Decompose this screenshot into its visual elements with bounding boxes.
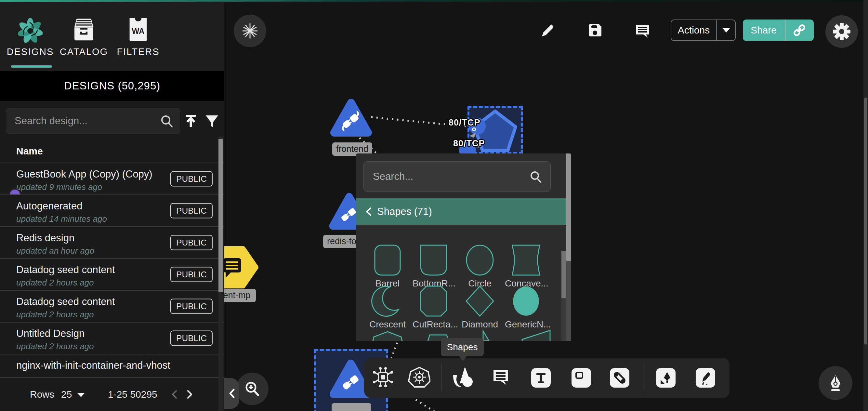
shapes-category-label: Shapes (71) (377, 206, 432, 217)
design-row[interactable]: nginx-with-init-container-and-vhost PUBL… (0, 354, 224, 377)
designs-sidebar: DESIGNS CATALOG WA (0, 0, 224, 411)
filter-designs-button[interactable] (204, 114, 220, 129)
chevron-left-icon (227, 388, 236, 399)
note-tool-button[interactable] (571, 368, 591, 388)
kubernetes-button[interactable] (408, 366, 430, 389)
node-label-bottom[interactable] (332, 403, 371, 411)
barrel-shape-icon (366, 244, 409, 276)
design-row[interactable]: Redis design updated an hour ago PUBLIC (0, 226, 224, 258)
freehand-tool-button[interactable] (696, 368, 715, 388)
design-row[interactable]: Untitled Design updated 2 hours ago PUBL… (0, 322, 224, 354)
shape-tile-genericnode[interactable]: GenericN... (505, 285, 547, 330)
toolbar-divider (644, 364, 644, 391)
actions-button[interactable]: Actions (671, 20, 736, 41)
components-button[interactable] (372, 366, 394, 389)
shape-tile-bottomround[interactable]: BottomR... (412, 244, 455, 289)
design-row[interactable]: Autogenerated updated 14 minutes ago PUB… (0, 195, 224, 226)
tab-filters-label: FILTERS (111, 47, 166, 57)
designs-search-row (0, 101, 224, 143)
bottomround-shape-icon (412, 244, 455, 276)
pen-tool-button[interactable] (656, 368, 676, 388)
cutrectangle-shape-icon (412, 285, 455, 317)
edge-label-80tcp-2: 80/TCP (453, 139, 485, 149)
catalog-icon (72, 17, 96, 42)
link-icon (792, 23, 807, 37)
designs-pagination: Rows 25 1-25 50295 (0, 377, 224, 411)
shape-tile-concave[interactable]: Concave... (505, 244, 547, 289)
window-scrollbar-thumb[interactable] (864, 97, 867, 345)
sidebar-scrollbar[interactable] (218, 137, 223, 411)
column-header-name: Name (16, 146, 43, 157)
visibility-badge: PUBLIC (170, 267, 213, 282)
edit-pencil-icon[interactable] (539, 23, 556, 39)
text-tool-button[interactable] (531, 368, 551, 388)
sidebar-collapse-button[interactable] (224, 378, 239, 409)
rows-per-page-select[interactable]: 25 (61, 389, 85, 400)
prev-page-button[interactable] (170, 389, 180, 400)
sidebar-tabs: DESIGNS CATALOG WA (0, 2, 224, 71)
rows-label: Rows (30, 389, 54, 400)
toolbar-divider (441, 364, 441, 391)
save-icon[interactable] (587, 22, 603, 38)
note-tool-icon (571, 368, 591, 388)
design-row[interactable]: Datadog seed content updated 2 hours ago… (0, 290, 224, 322)
visibility-badge: PUBLIC (170, 171, 213, 187)
tab-catalog[interactable]: CATALOG (56, 8, 112, 67)
shapes-tool-button[interactable] (451, 365, 475, 391)
visibility-badge: PUBLIC (170, 299, 213, 314)
shape-tile-crescent[interactable]: Crescent (366, 285, 409, 330)
import-design-button[interactable] (183, 114, 198, 129)
zoom-in-icon (244, 380, 261, 397)
asterisk-icon (242, 23, 258, 39)
actions-dropdown-button[interactable] (717, 20, 736, 40)
filters-wasm-icon: WA (128, 17, 148, 42)
pen-nib-icon (827, 374, 844, 392)
panel-scrollbar[interactable] (566, 153, 571, 341)
tab-filters[interactable]: WA FILTERS (111, 8, 166, 67)
comment-icon[interactable] (634, 22, 651, 39)
port-dot (472, 127, 476, 131)
link-tool-button[interactable] (610, 368, 629, 388)
design-row[interactable]: Datadog seed content updated 2 hours ago… (0, 258, 224, 290)
sidebar-scrollbar-thumb[interactable] (218, 139, 223, 292)
designs-count-header: DESIGNS (50,295) (0, 71, 224, 101)
comment-tool-button[interactable] (490, 367, 511, 389)
shape-tile-diamond[interactable]: Diamond (459, 285, 501, 330)
designs-search-input[interactable] (6, 108, 180, 134)
grid-scrollbar-thumb[interactable] (561, 251, 566, 298)
shapes-search-box[interactable] (364, 161, 551, 192)
shapes-tool-icon (451, 365, 475, 389)
shape-tile-cutrectangle[interactable]: CutRecta... (412, 285, 455, 330)
settings-button[interactable] (826, 15, 858, 48)
grid-scrollbar[interactable] (561, 251, 566, 341)
chevron-left-icon (364, 207, 374, 216)
tab-designs-label: DESIGNS (3, 47, 58, 57)
panel-scrollbar-thumb[interactable] (566, 153, 571, 261)
shapes-category-header[interactable]: Shapes (71) (356, 198, 566, 225)
node-label-redis[interactable]: redis-fo (323, 235, 360, 248)
meshery-extension-button[interactable] (234, 14, 266, 47)
visibility-badge: PUBLIC (170, 331, 213, 346)
visibility-badge: PUBLIC (170, 203, 213, 218)
next-page-button[interactable] (185, 389, 194, 400)
copy-link-button[interactable] (785, 20, 813, 41)
shape-tile-barrel[interactable]: Barrel (366, 244, 409, 289)
share-button[interactable]: Share (743, 20, 814, 41)
freehand-pencil-icon (696, 368, 715, 388)
search-icon (529, 170, 542, 184)
zoom-in-button[interactable] (236, 373, 269, 405)
node-frontend[interactable] (330, 97, 373, 139)
window-scrollbar[interactable] (863, 0, 868, 411)
designs-search-box[interactable] (6, 108, 180, 134)
meshery-design-app: frontend 80/TCP 80/TCP redis-fo ment-mp (0, 0, 868, 411)
caret-down-icon (723, 28, 730, 32)
pen-mode-button[interactable] (818, 366, 852, 400)
design-row[interactable]: GuestBook App (Copy) (Copy) updated 9 mi… (0, 163, 224, 195)
tab-designs[interactable]: DESIGNS (3, 8, 58, 67)
shapes-search-input[interactable] (364, 162, 550, 192)
actions-label[interactable]: Actions (671, 20, 716, 40)
circle-shape-icon (459, 244, 501, 276)
shapes-panel: Shapes (71) Barrel BottomR... Circle C (356, 153, 571, 341)
shape-tile-circle[interactable]: Circle (459, 244, 501, 289)
share-label[interactable]: Share (743, 20, 784, 41)
